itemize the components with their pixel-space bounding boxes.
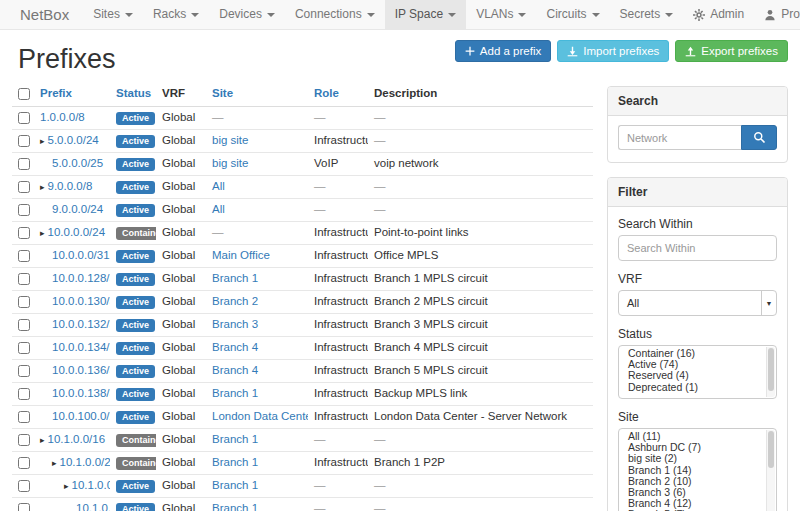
- site-link[interactable]: Branch 3: [212, 318, 258, 330]
- row-checkbox[interactable]: [18, 227, 30, 239]
- site-link[interactable]: Branch 1: [212, 502, 258, 511]
- prefix-link[interactable]: 10.0.0.138/31: [52, 387, 110, 399]
- prefix-link[interactable]: 9.0.0.0/24: [52, 203, 103, 215]
- site-link[interactable]: Branch 1: [212, 479, 258, 491]
- prefix-link[interactable]: 10.0.100.0/24: [52, 410, 110, 422]
- listbox-option[interactable]: All (11): [619, 431, 776, 442]
- row-checkbox[interactable]: [18, 342, 30, 354]
- nav-item-racks[interactable]: Racks: [143, 0, 209, 29]
- status-scrollbar[interactable]: [766, 347, 775, 397]
- column-header-site[interactable]: Site: [212, 87, 233, 99]
- search-button[interactable]: [741, 125, 777, 150]
- row-checkbox[interactable]: [18, 434, 30, 446]
- site-link[interactable]: London Data Center: [212, 410, 308, 422]
- listbox-option[interactable]: Branch 2 (10): [619, 476, 776, 487]
- site-link[interactable]: All: [212, 180, 225, 192]
- site-link[interactable]: Branch 4: [212, 341, 258, 353]
- prefix-link[interactable]: 10.0.0.130/31: [52, 295, 110, 307]
- nav-item-circuits[interactable]: Circuits: [536, 0, 609, 29]
- site-link[interactable]: Branch 1: [212, 433, 258, 445]
- row-checkbox[interactable]: [18, 273, 30, 285]
- status-badge[interactable]: Active: [116, 365, 155, 378]
- prefix-link[interactable]: 10.1.0.0/26: [76, 502, 110, 511]
- prefix-link[interactable]: 5.0.0.0/24: [48, 134, 99, 146]
- nav-item-vlans[interactable]: VLANs: [466, 0, 536, 29]
- prefix-link[interactable]: 5.0.0.0/25: [52, 157, 103, 169]
- prefix-link[interactable]: 9.0.0.0/8: [48, 180, 93, 192]
- status-badge[interactable]: Active: [116, 411, 155, 424]
- row-checkbox[interactable]: [18, 158, 30, 170]
- listbox-option[interactable]: Deprecated (1): [619, 382, 776, 393]
- status-badge[interactable]: Active: [116, 319, 155, 332]
- site-scrollbar[interactable]: [766, 430, 775, 511]
- row-checkbox[interactable]: [18, 365, 30, 377]
- select-all-checkbox[interactable]: [18, 88, 30, 100]
- nav-item-sites[interactable]: Sites: [83, 0, 143, 29]
- nav-item-connections[interactable]: Connections: [285, 0, 385, 29]
- row-checkbox[interactable]: [18, 411, 30, 423]
- nav-item-devices[interactable]: Devices: [209, 0, 285, 29]
- row-checkbox[interactable]: [18, 503, 30, 511]
- site-link[interactable]: Branch 1: [212, 456, 258, 468]
- nav-item-profile[interactable]: Profile: [754, 0, 800, 29]
- add-a-prefix-button[interactable]: Add a prefix: [455, 40, 551, 62]
- column-header-prefix[interactable]: Prefix: [40, 87, 72, 99]
- prefix-link[interactable]: 10.0.0.128/31: [52, 272, 110, 284]
- status-badge[interactable]: Active: [116, 204, 155, 217]
- row-checkbox[interactable]: [18, 480, 30, 492]
- row-checkbox[interactable]: [18, 112, 30, 124]
- status-badge[interactable]: Active: [116, 296, 155, 309]
- status-badge[interactable]: Active: [116, 480, 155, 493]
- prefix-link[interactable]: 10.0.0.136/31: [52, 364, 110, 376]
- listbox-option[interactable]: Branch 3 (6): [619, 487, 776, 498]
- prefix-link[interactable]: 10.0.0.0/31: [52, 249, 110, 261]
- status-badge[interactable]: Active: [116, 503, 155, 511]
- prefix-link[interactable]: 10.1.0.0/16: [48, 433, 106, 445]
- listbox-option[interactable]: Reserved (4): [619, 370, 776, 381]
- status-badge[interactable]: Active: [116, 135, 155, 148]
- import-prefixes-button[interactable]: Import prefixes: [557, 40, 669, 62]
- prefix-link[interactable]: 10.0.0.132/31: [52, 318, 110, 330]
- prefix-link[interactable]: 1.0.0.0/8: [40, 111, 85, 123]
- listbox-option[interactable]: Branch 4 (12): [619, 498, 776, 509]
- row-checkbox[interactable]: [18, 296, 30, 308]
- status-badge[interactable]: Active: [116, 273, 155, 286]
- nav-item-ip-space[interactable]: IP Space: [385, 0, 466, 29]
- listbox-option[interactable]: Ashburn DC (7): [619, 442, 776, 453]
- status-badge[interactable]: Active: [116, 250, 155, 263]
- listbox-option[interactable]: Active (74): [619, 359, 776, 370]
- row-checkbox[interactable]: [18, 319, 30, 331]
- listbox-option[interactable]: Container (16): [619, 348, 776, 359]
- status-badge[interactable]: Active: [116, 342, 155, 355]
- search-input[interactable]: [618, 125, 741, 150]
- site-link[interactable]: Branch 4: [212, 364, 258, 376]
- site-link[interactable]: All: [212, 203, 225, 215]
- site-link[interactable]: Main Office: [212, 249, 270, 261]
- listbox-option[interactable]: Branch 1 (14): [619, 465, 776, 476]
- nav-item-secrets[interactable]: Secrets: [610, 0, 684, 29]
- vrf-select[interactable]: All ▼: [618, 290, 777, 316]
- prefix-link[interactable]: 10.1.0.0/25: [72, 479, 110, 491]
- listbox-option[interactable]: big site (2): [619, 453, 776, 464]
- row-checkbox[interactable]: [18, 181, 30, 193]
- prefix-link[interactable]: 10.0.0.134/31: [52, 341, 110, 353]
- status-badge[interactable]: Active: [116, 181, 155, 194]
- brand-logo[interactable]: NetBox: [8, 0, 83, 29]
- site-link[interactable]: Branch 2: [212, 295, 258, 307]
- site-listbox[interactable]: All (11)Ashburn DC (7)big site (2)Branch…: [618, 428, 777, 511]
- site-link[interactable]: big site: [212, 134, 248, 146]
- site-link[interactable]: Branch 1: [212, 387, 258, 399]
- nav-item-admin[interactable]: Admin: [683, 0, 754, 29]
- site-link[interactable]: big site: [212, 157, 248, 169]
- site-link[interactable]: Branch 1: [212, 272, 258, 284]
- row-checkbox[interactable]: [18, 135, 30, 147]
- row-checkbox[interactable]: [18, 250, 30, 262]
- row-checkbox[interactable]: [18, 457, 30, 469]
- status-badge[interactable]: Container: [116, 227, 156, 240]
- prefix-link[interactable]: 10.0.0.0/24: [48, 226, 106, 238]
- status-listbox[interactable]: Container (16)Active (74)Reserved (4)Dep…: [618, 345, 777, 399]
- status-badge[interactable]: Active: [116, 112, 155, 125]
- column-header-role[interactable]: Role: [314, 87, 339, 99]
- export-prefixes-button[interactable]: Export prefixes: [675, 40, 788, 62]
- row-checkbox[interactable]: [18, 388, 30, 400]
